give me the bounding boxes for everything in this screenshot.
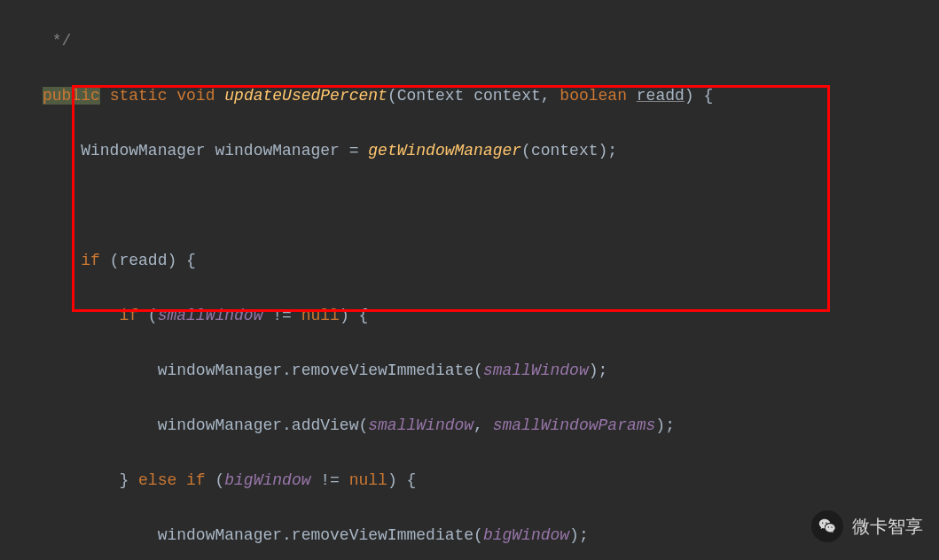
field-smallWindow: smallWindow [368,416,473,434]
code-line: WindowManager windowManager = getWindowM… [43,137,939,165]
cond: (readd) { [100,252,196,269]
end: ); [655,416,675,434]
keyword-void: void [176,87,215,105]
code-line: if (smallWindow != null) { [43,302,939,330]
keyword-if: if [81,252,100,269]
watermark: 微卡智享 [811,510,923,542]
paren: ( [206,471,225,489]
watermark-text: 微卡智享 [852,513,923,541]
field-smallWindowParams: smallWindowParams [493,416,656,434]
call: windowManager.removeViewImmediate( [158,526,483,544]
code-line: public static void updateUsedPercent(Con… [43,82,939,110]
field-smallWindow: smallWindow [483,362,589,379]
keyword-if: if [119,307,138,324]
field-bigWindow: bigWindow [483,526,569,544]
call: windowManager.removeViewImmediate( [158,362,483,379]
field-bigWindow: bigWindow [224,471,310,489]
code-editor[interactable]: */ public static void updateUsedPercent(… [0,0,939,560]
decl: WindowManager windowManager = [81,142,368,159]
comment-end: */ [52,32,72,50]
keyword-static: static [110,87,168,105]
brace: ) { [387,471,416,489]
paren: ( [138,307,158,324]
neq: != [310,471,348,489]
field-smallWindow: smallWindow [158,307,263,324]
code-line: if (readd) { [43,247,939,275]
code-line: windowManager.addView(smallWindow, small… [43,412,939,439]
sig-close: ) { [685,87,713,105]
method-call: getWindowManager [368,142,521,159]
wechat-icon [811,510,843,542]
sig-comma: , [541,87,560,105]
args: (context); [521,142,617,159]
keyword-elseif: else if [138,471,206,489]
keyword-null: null [349,471,387,489]
method-name: updateUsedPercent [224,87,387,105]
code-line: */ [43,27,939,55]
code-line [43,192,939,220]
keyword-public: public [43,87,100,105]
neq: != [262,307,301,324]
code-line: } else if (bigWindow != null) { [43,467,939,494]
keyword-boolean: boolean [559,87,627,105]
comma: , [473,416,493,434]
sig-open: (Context context [387,87,541,105]
keyword-null: null [301,307,340,324]
end: ); [569,526,589,544]
code-line: windowManager.removeViewImmediate(smallW… [43,357,939,385]
code-line: windowManager.removeViewImmediate(bigWin… [43,522,939,549]
end: ); [589,362,608,379]
brace: ) { [340,307,368,324]
call: windowManager.addView( [158,416,369,434]
brace: } [119,471,138,489]
param-readd: readd [637,87,685,105]
